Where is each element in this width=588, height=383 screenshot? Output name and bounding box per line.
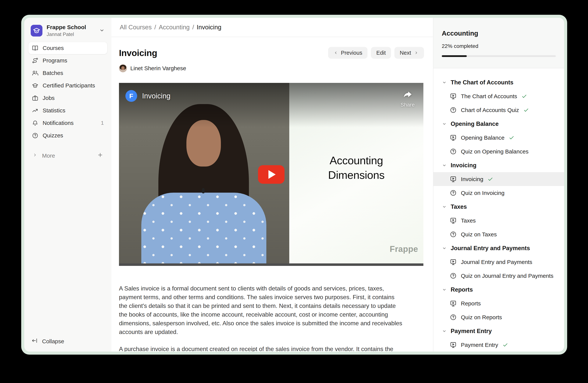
outline-section-header[interactable]: The Chart of Accounts <box>433 76 564 89</box>
breadcrumb-current: Invoicing <box>197 24 221 31</box>
help-circle-icon <box>450 107 457 114</box>
outline-section-header[interactable]: Journal Entry and Payments <box>433 241 564 255</box>
outline-section-header[interactable]: Taxes <box>433 200 564 214</box>
outline-lesson-opening-balance[interactable]: Opening Balance <box>433 131 564 145</box>
trending-up-icon <box>32 107 39 114</box>
monitor-play-icon <box>450 217 457 224</box>
outline-section-header[interactable]: Payment Entry <box>433 324 564 338</box>
sidebar-item-batches[interactable]: Batches <box>28 67 107 79</box>
outline-lesson-reports[interactable]: Reports <box>433 297 564 310</box>
outline-section: Taxes Taxes Quiz on Taxes <box>433 200 564 241</box>
chevron-down-icon <box>442 163 447 168</box>
share-button[interactable]: Share <box>400 89 415 108</box>
progress-track <box>442 55 556 57</box>
chevron-down-icon <box>442 287 447 292</box>
chevron-down-icon <box>442 246 447 251</box>
help-circle-icon <box>450 272 457 279</box>
outline-section: The Chart of Accounts The Chart of Accou… <box>433 76 564 117</box>
video-progress-bar[interactable] <box>119 263 423 266</box>
share-icon <box>402 89 413 99</box>
notification-count-badge: 1 <box>101 120 104 126</box>
course-outline-panel: Accounting 22% completed The Chart of Ac… <box>433 18 564 352</box>
outline-lesson-taxes[interactable]: Taxes <box>433 214 564 228</box>
workspace-switcher[interactable]: Frappe School Jannat Patel <box>28 25 107 37</box>
outline-lesson-quiz-on-taxes[interactable]: Quiz on Taxes <box>433 228 564 241</box>
edit-button[interactable]: Edit <box>371 47 391 59</box>
chevron-down-icon <box>442 121 447 126</box>
frappe-watermark: Frappe <box>390 244 418 254</box>
video-overlay-title[interactable]: Invoicing <box>142 92 170 100</box>
graduation-cap-icon <box>32 82 39 89</box>
sidebar-nav: Courses Programs Batches Certified Parti… <box>28 42 107 142</box>
course-outline: The Chart of Accounts The Chart of Accou… <box>433 68 564 352</box>
outline-section: Opening Balance Opening Balance Quiz on … <box>433 117 564 158</box>
plus-icon[interactable] <box>97 152 104 159</box>
author-name: Linet Sherin Varghese <box>130 65 186 72</box>
app-surface: Frappe School Jannat Patel Courses Progr… <box>24 18 564 352</box>
check-icon <box>523 107 529 113</box>
outline-lesson-quiz-on-journal-entry-and-payments[interactable]: Quiz on Journal Entry and Payments <box>433 269 564 283</box>
outline-section-header[interactable]: Invoicing <box>433 158 564 172</box>
chevron-down-icon <box>442 328 447 334</box>
sidebar-item-quizzes[interactable]: Quizzes <box>28 129 107 142</box>
outline-lesson-journal-entry-and-payments[interactable]: Journal Entry and Payments <box>433 255 564 269</box>
app-window: Frappe School Jannat Patel Courses Progr… <box>21 15 567 355</box>
workspace-name: Frappe School <box>47 24 86 30</box>
course-progress-header: Accounting 22% completed <box>433 18 564 68</box>
outline-lesson-chart-of-accounts-quiz[interactable]: Chart of Accounts Quiz <box>433 103 564 117</box>
video-channel[interactable]: F Invoicing <box>126 90 170 102</box>
outline-section: Reports Reports Quiz on Reports <box>433 283 564 324</box>
monitor-play-icon <box>450 176 457 183</box>
breadcrumb: All Courses / Accounting / Invoicing <box>111 18 433 37</box>
check-icon <box>487 176 493 182</box>
collapse-icon <box>31 337 38 345</box>
sidebar-item-notifications[interactable]: Notifications 1 <box>28 117 107 129</box>
outline-lesson-quiz-on-invoicing[interactable]: Quiz on Invoicing <box>433 186 564 200</box>
chevron-right-icon <box>32 152 38 159</box>
lesson-paragraph: A purchase invoice is a document created… <box>119 345 403 352</box>
help-circle-icon <box>450 231 457 238</box>
course-progress-label: 22% completed <box>442 43 556 49</box>
channel-avatar[interactable]: F <box>126 90 137 102</box>
play-button[interactable] <box>258 165 285 184</box>
breadcrumb-separator: / <box>154 24 156 31</box>
outline-lesson-quiz-on-opening-balances[interactable]: Quiz on Opening Balances <box>433 145 564 158</box>
chevron-down-icon <box>442 204 447 209</box>
outline-lesson-the-chart-of-accounts[interactable]: The Chart of Accounts <box>433 89 564 103</box>
sidebar-collapse-button[interactable]: Collapse <box>28 337 107 345</box>
sidebar-item-statistics[interactable]: Statistics <box>28 104 107 116</box>
users-icon <box>32 70 39 77</box>
check-icon <box>521 93 527 99</box>
monitor-play-icon <box>450 93 457 100</box>
bell-icon <box>32 120 39 126</box>
outline-lesson-invoicing[interactable]: Invoicing <box>433 172 564 186</box>
collapse-label: Collapse <box>42 338 64 345</box>
sidebar-more[interactable]: More <box>28 152 107 159</box>
sidebar-item-certified-participants[interactable]: Certified Participants <box>28 79 107 92</box>
course-title: Accounting <box>442 30 556 37</box>
book-open-icon <box>32 45 39 52</box>
outline-section-header[interactable]: Reports <box>433 283 564 297</box>
previous-button[interactable]: Previous <box>328 47 368 59</box>
help-circle-icon <box>450 314 457 321</box>
breadcrumb-all-courses[interactable]: All Courses <box>120 24 152 31</box>
breadcrumb-separator: / <box>192 24 194 31</box>
sidebar-item-programs[interactable]: Programs <box>28 55 107 67</box>
outline-lesson-quiz-on-reports[interactable]: Quiz on Reports <box>433 310 564 324</box>
page-title: Invoicing <box>119 48 157 58</box>
lesson-content: Invoicing Previous Edit Next <box>111 37 433 352</box>
sidebar-item-courses[interactable]: Courses <box>28 42 107 54</box>
sidebar-more-label: More <box>42 153 55 159</box>
chevron-down-icon <box>99 27 105 34</box>
outline-lesson-payment-entry[interactable]: Payment Entry <box>433 338 564 352</box>
video-player[interactable]: Accounting Dimensions F Invoicing Share … <box>119 83 423 266</box>
outline-section-header[interactable]: Opening Balance <box>433 117 564 131</box>
workspace-user: Jannat Patel <box>47 31 86 37</box>
outline-section: Journal Entry and Payments Journal Entry… <box>433 241 564 283</box>
outline-section: Payment Entry Payment Entry <box>433 324 564 352</box>
sidebar-item-jobs[interactable]: Jobs <box>28 92 107 104</box>
author-row: Linet Sherin Varghese <box>119 64 424 72</box>
breadcrumb-accounting[interactable]: Accounting <box>159 24 190 31</box>
next-button[interactable]: Next <box>394 47 424 59</box>
progress-fill <box>442 55 467 57</box>
